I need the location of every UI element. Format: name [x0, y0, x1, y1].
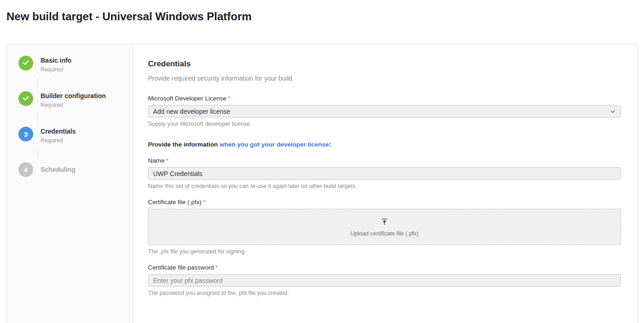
required-asterisk: *: [203, 199, 205, 206]
step-complete-circle: [18, 56, 33, 70]
developer-license-label: Microsoft Developer License*: [148, 95, 621, 102]
wizard-stepper: Basic info Required Builder configuratio…: [7, 44, 133, 323]
section-subtitle: Provide required security information fo…: [148, 75, 621, 82]
developer-license-info-link[interactable]: when you got your developer license: [219, 141, 329, 148]
field-name: Name* Name this set of credentials so yo…: [148, 157, 621, 189]
step-connector: [37, 78, 38, 86]
field-developer-license: Microsoft Developer License* Add new dev…: [148, 95, 621, 127]
name-input[interactable]: [148, 167, 621, 180]
step-text: Basic info Required: [41, 56, 71, 73]
check-icon: [22, 59, 30, 68]
wizard-card: Basic info Required Builder configuratio…: [6, 44, 638, 323]
developer-license-select[interactable]: Add new developer license: [148, 105, 621, 117]
stepper-item-basic-info[interactable]: Basic info Required: [18, 56, 133, 73]
certificate-password-input[interactable]: [148, 274, 621, 287]
page: New build target - Universal Windows Pla…: [0, 0, 644, 323]
certificate-password-helper: The password you assigned to the .pfx fi…: [148, 290, 621, 296]
required-asterisk: *: [166, 157, 168, 164]
step-connector: [37, 114, 38, 121]
step-number: 3: [24, 130, 28, 138]
step-connector: [37, 149, 38, 157]
certificate-file-helper: The .pfx file you generated for signing.: [148, 248, 621, 255]
upload-text: Upload certificate file (.pfx): [350, 230, 419, 237]
chevron-down-icon: [609, 108, 616, 115]
name-label: Name*: [148, 157, 621, 164]
section-title: Credentials: [148, 59, 621, 69]
step-label: Builder configuration: [41, 92, 106, 100]
step-sublabel: Required: [41, 66, 71, 73]
page-title: New build target - Universal Windows Pla…: [6, 10, 638, 23]
step-label: Credentials: [41, 128, 76, 135]
stepper-item-scheduling: 4 Scheduling: [18, 162, 133, 177]
info-sentence: Provide the information when you got you…: [148, 141, 621, 148]
step-number-circle: 3: [18, 127, 33, 141]
developer-license-helper: Supply your Microsoft developer license.: [148, 121, 621, 127]
stepper-item-credentials[interactable]: 3 Credentials Required: [18, 127, 133, 144]
info-sentence-suffix: :: [329, 141, 331, 148]
certificate-file-dropzone[interactable]: Upload certificate file (.pfx): [148, 209, 621, 245]
step-label: Scheduling: [41, 166, 75, 173]
step-sublabel: Required: [41, 102, 106, 108]
step-sublabel: Required: [41, 137, 76, 144]
credentials-form: Credentials Provide required security in…: [133, 44, 637, 323]
field-certificate-file: Certificate file (.pfx)* Upload certific…: [148, 199, 621, 255]
field-certificate-password: Certificate file password* The password …: [148, 264, 621, 296]
step-complete-circle: [18, 91, 33, 106]
step-number: 4: [24, 166, 28, 174]
step-text: Builder configuration Required: [41, 91, 106, 108]
step-text: Credentials Required: [41, 127, 76, 144]
developer-license-selected-value: Add new developer license: [153, 108, 230, 115]
required-asterisk: *: [215, 264, 218, 271]
step-text: Scheduling: [41, 166, 75, 173]
step-label: Basic info: [41, 57, 71, 64]
check-icon: [22, 94, 30, 104]
certificate-file-label: Certificate file (.pfx)*: [148, 199, 621, 206]
step-number-circle: 4: [18, 162, 33, 177]
required-asterisk: *: [228, 95, 230, 102]
certificate-password-label: Certificate file password*: [148, 264, 621, 271]
stepper-item-builder-configuration[interactable]: Builder configuration Required: [18, 91, 133, 108]
name-helper: Name this set of credentials so you can …: [148, 183, 621, 189]
info-sentence-prefix: Provide the information: [148, 141, 219, 148]
upload-icon: [380, 217, 389, 228]
